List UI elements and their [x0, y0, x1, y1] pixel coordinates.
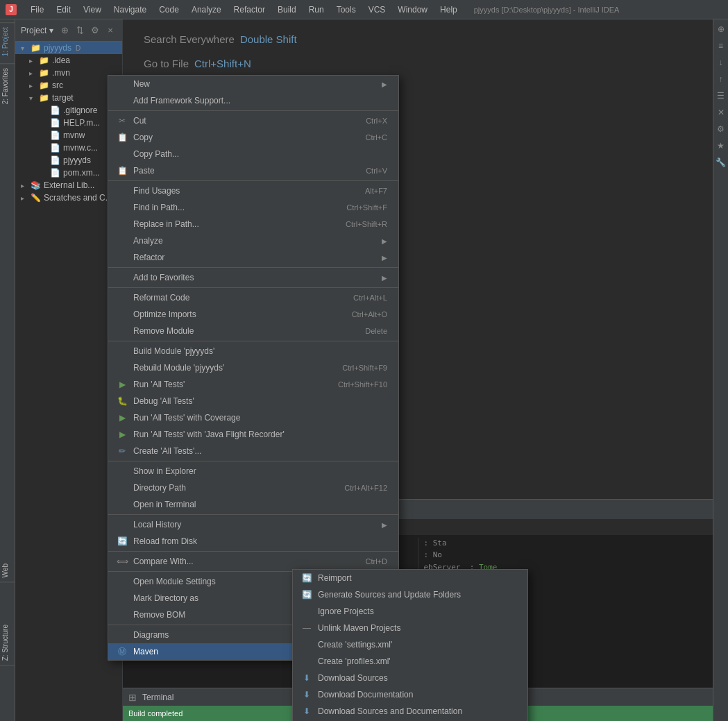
ctx-copy-path-icon — [117, 149, 128, 160]
rs-icon-2[interactable]: ≡ — [714, 39, 728, 53]
ctx-reformat-label: Reformat Code — [133, 293, 348, 303]
maven-reimport[interactable]: 🔄 Reimport — [293, 570, 527, 586]
maven-ignore[interactable]: Ignore Projects — [293, 603, 527, 620]
ctx-copy[interactable]: 📋 Copy Ctrl+C — [108, 129, 398, 146]
ctx-run-all[interactable]: ▶ Run 'All Tests' Ctrl+Shift+F10 — [108, 376, 398, 393]
menu-run[interactable]: Run — [303, 3, 330, 16]
ctx-show-explorer-icon — [117, 466, 128, 477]
ctx-dir-path[interactable]: Directory Path Ctrl+Alt+F12 — [108, 480, 398, 496]
project-expand-icon[interactable]: ⇅ — [74, 24, 86, 37]
menu-analyze[interactable]: Analyze — [186, 3, 227, 16]
ctx-rebuild-module[interactable]: Rebuild Module 'pjyyyds' Ctrl+Shift+F9 — [108, 359, 398, 376]
rs-icon-1[interactable]: ⊕ — [714, 22, 728, 36]
menu-view[interactable]: View — [78, 3, 107, 16]
ctx-remove-bom-icon — [117, 609, 128, 620]
menu-tools[interactable]: Tools — [331, 3, 362, 16]
rs-icon-4[interactable]: ↑ — [714, 72, 728, 86]
ctx-reload[interactable]: 🔄 Reload from Disk — [108, 533, 398, 550]
ctx-build-module[interactable]: Build Module 'pjyyyds' — [108, 343, 398, 359]
maven-dl-sources[interactable]: ⬇ Download Sources — [293, 670, 527, 686]
rs-icon-9[interactable]: 🔧 — [714, 155, 728, 169]
ctx-create-all-tests-icon: ✏ — [117, 446, 128, 457]
ctx-open-terminal[interactable]: Open in Terminal — [108, 496, 398, 513]
ctx-open-terminal-label: Open in Terminal — [133, 500, 387, 509]
ctx-analyze[interactable]: Analyze ▶ — [108, 232, 398, 249]
ctx-favorites-icon — [117, 272, 128, 283]
menu-window[interactable]: Window — [392, 3, 433, 16]
tree-src[interactable]: ▸ 📁 src — [15, 79, 122, 92]
ctx-local-history-icon — [117, 519, 128, 530]
menu-file[interactable]: File — [25, 3, 49, 16]
rs-icon-5[interactable]: ☰ — [714, 89, 728, 103]
tree-target[interactable]: ▾ 📁 target — [15, 92, 122, 104]
tree-mvnwcmd[interactable]: 📄 mvnw.c... — [15, 142, 122, 154]
rs-icon-8[interactable]: ★ — [714, 139, 728, 153]
ctx-find-usages[interactable]: Find Usages Alt+F7 — [108, 183, 398, 199]
rs-icon-7[interactable]: ⚙ — [714, 122, 728, 136]
ctx-favorites[interactable]: Add to Favorites ▶ — [108, 269, 398, 286]
ctx-build-module-icon — [117, 346, 128, 357]
ctx-sep-5 — [108, 341, 398, 341]
tree-pjyyyds-file[interactable]: 📄 pjyyyds — [15, 154, 122, 167]
activity-project[interactable]: 1: Project — [0, 22, 15, 60]
ctx-show-explorer[interactable]: Show in Explorer — [108, 463, 398, 480]
maven-gen-sources[interactable]: 🔄 Generate Sources and Update Folders — [293, 586, 527, 603]
shortcut-goto-label: Go to File — [144, 58, 189, 69]
project-locate-icon[interactable]: ⊕ — [58, 24, 71, 37]
project-close-icon[interactable]: × — [104, 24, 117, 37]
ctx-run-jfr[interactable]: ▶ Run 'All Tests' with 'Java Flight Reco… — [108, 426, 398, 443]
ctx-add-framework[interactable]: Add Framework Support... — [108, 92, 398, 109]
maven-create-settings[interactable]: Create 'settings.xml' — [293, 636, 527, 653]
ctx-create-all-tests[interactable]: ✏ Create 'All Tests'... — [108, 443, 398, 459]
tree-gitignore[interactable]: 📄 .gitignore — [15, 104, 122, 117]
menu-build[interactable]: Build — [272, 3, 302, 16]
maven-unlink[interactable]: — Unlink Maven Projects — [293, 620, 527, 636]
maven-dl-docs[interactable]: ⬇ Download Documentation — [293, 686, 527, 703]
menu-refactor[interactable]: Refactor — [228, 3, 271, 16]
activity-favorites[interactable]: 2: Favorites — [0, 63, 15, 108]
menu-vcs[interactable]: VCS — [363, 3, 391, 16]
activity-structure[interactable]: Z: Structure — [0, 620, 15, 665]
tree-scratches[interactable]: ▸ ✏️ Scratches and C... — [15, 192, 122, 204]
menu-code[interactable]: Code — [153, 3, 185, 16]
ctx-cut[interactable]: ✂ Cut Ctrl+X — [108, 112, 398, 129]
activity-web[interactable]: Web — [0, 559, 15, 582]
project-settings-icon[interactable]: ⚙ — [89, 24, 101, 37]
ctx-new[interactable]: New ▶ — [108, 76, 398, 92]
menu-bar: File Edit View Navigate Code Analyze Ref… — [25, 3, 463, 16]
maven-gen-sources-label: Generate Sources and Update Folders — [318, 590, 516, 600]
tree-mvnw[interactable]: 📄 mvnw — [15, 129, 122, 142]
ctx-reformat[interactable]: Reformat Code Ctrl+Alt+L — [108, 289, 398, 306]
menu-navigate[interactable]: Navigate — [108, 3, 152, 16]
maven-dl-both[interactable]: ⬇ Download Sources and Documentation — [293, 703, 527, 720]
ctx-open-terminal-icon — [117, 499, 128, 510]
tree-idea[interactable]: ▸ 📁 .idea — [15, 54, 122, 67]
ctx-refactor[interactable]: Refactor ▶ — [108, 249, 398, 266]
ctx-paste[interactable]: 📋 Paste Ctrl+V — [108, 162, 398, 179]
ctx-run-coverage[interactable]: ▶ Run 'All Tests' with Coverage — [108, 409, 398, 426]
rs-icon-6[interactable]: ✕ — [714, 105, 728, 119]
terminal-label[interactable]: Terminal — [142, 693, 173, 702]
tree-external-libs[interactable]: ▸ 📚 External Lib... — [15, 179, 122, 192]
maven-create-profiles[interactable]: Create 'profiles.xml' — [293, 653, 527, 670]
ctx-find-path[interactable]: Find in Path... Ctrl+Shift+F — [108, 199, 398, 216]
ctx-local-history[interactable]: Local History ▶ — [108, 516, 398, 533]
tree-root[interactable]: ▾ 📁 pjyyyds D — [15, 42, 122, 54]
ctx-compare[interactable]: ⟺ Compare With... Ctrl+D — [108, 553, 398, 570]
ctx-copy-path[interactable]: Copy Path... — [108, 146, 398, 162]
right-sidebar: ⊕ ≡ ↓ ↑ ☰ ✕ ⚙ ★ 🔧 — [713, 19, 728, 721]
tree-helpmd[interactable]: 📄 HELP.m... — [15, 117, 122, 129]
tree-mvn[interactable]: ▸ 📁 .mvn — [15, 67, 122, 79]
ctx-replace-path[interactable]: Replace in Path... Ctrl+Shift+R — [108, 216, 398, 232]
menu-help[interactable]: Help — [434, 3, 463, 16]
maven-reimport-icon: 🔄 — [301, 572, 312, 584]
ctx-copy-icon: 📋 — [117, 132, 128, 143]
ctx-optimize[interactable]: Optimize Imports Ctrl+Alt+O — [108, 306, 398, 323]
ctx-debug-all[interactable]: 🐛 Debug 'All Tests' — [108, 393, 398, 409]
ctx-remove-module[interactable]: Remove Module Delete — [108, 323, 398, 339]
ctx-replace-path-label: Replace in Path... — [133, 219, 340, 229]
rs-icon-3[interactable]: ↓ — [714, 56, 728, 69]
menu-edit[interactable]: Edit — [51, 3, 76, 16]
tree-pomxml[interactable]: 📄 pom.xm... — [15, 167, 122, 179]
project-dropdown[interactable]: Project ▾ — [21, 26, 53, 35]
